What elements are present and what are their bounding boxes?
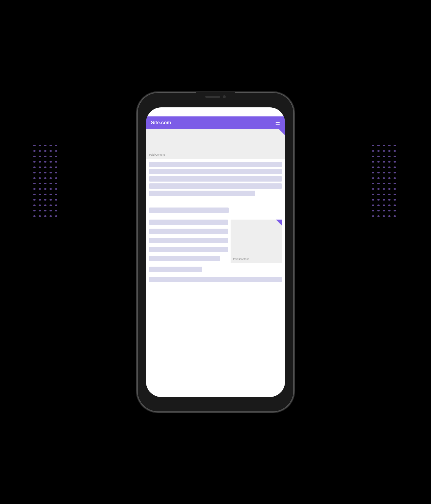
content-section-short <box>146 205 285 217</box>
phone-notch <box>196 92 235 101</box>
dots-left-decoration <box>33 145 59 220</box>
dots-right-decoration <box>372 145 398 220</box>
small-label-row <box>146 265 285 275</box>
content-bar <box>149 247 228 252</box>
content-bar-short <box>149 208 229 213</box>
col-left <box>149 220 228 263</box>
paid-content-label-right: Paid Content <box>233 258 279 261</box>
scene: Site.com ☰ Paid Content <box>0 0 431 504</box>
content-bar <box>149 176 282 182</box>
content-bar <box>149 162 282 167</box>
ad-corner-tag-right <box>276 220 282 226</box>
content-bar <box>149 191 255 196</box>
hamburger-icon[interactable]: ☰ <box>275 120 280 125</box>
content-bar <box>149 238 228 243</box>
content-bar <box>149 183 282 189</box>
paid-content-label-top: Paid Content <box>149 153 282 156</box>
phone-screen: Site.com ☰ Paid Content <box>146 107 285 397</box>
navbar: Site.com ☰ <box>146 116 285 129</box>
content-bar-small <box>149 267 202 272</box>
notch-camera <box>223 95 226 98</box>
two-col-section: Paid Content <box>146 217 285 265</box>
bottom-content-bar <box>149 277 282 282</box>
navbar-brand: Site.com <box>151 120 171 125</box>
ad-banner-right: Paid Content <box>231 220 282 263</box>
content-bar <box>149 229 228 234</box>
phone-frame: Site.com ☰ Paid Content <box>137 92 294 412</box>
content-bar <box>149 169 282 174</box>
content-section-1 <box>146 159 285 200</box>
content-area: Paid Content <box>146 129 285 397</box>
content-bar <box>149 220 228 225</box>
spacer-1 <box>146 200 285 205</box>
content-bar <box>149 256 220 261</box>
ad-banner-top: Paid Content <box>146 129 285 159</box>
notch-speaker <box>205 96 220 98</box>
app-content: Site.com ☰ Paid Content <box>146 107 285 397</box>
ad-corner-tag-top <box>279 129 285 135</box>
